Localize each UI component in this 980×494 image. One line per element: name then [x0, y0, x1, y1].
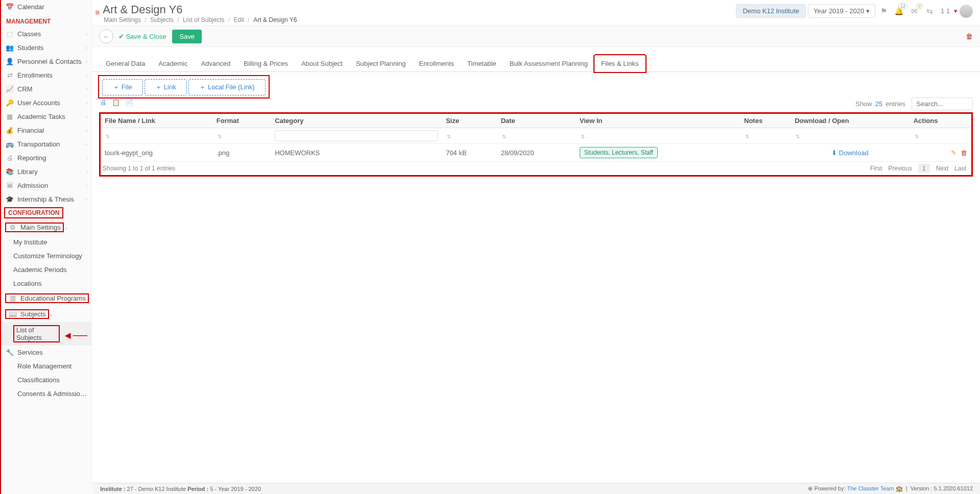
sidebar-item-subjects[interactable]: 📖 Subjects ⌄	[1, 306, 91, 322]
save-close-button[interactable]: ✔ Save & Close	[118, 33, 166, 40]
sidebar-item-educational-programs[interactable]: ▥ Educational Programs ‹	[1, 290, 91, 306]
export-print-icon[interactable]: 🖨	[100, 98, 107, 106]
sidebar-item-services[interactable]: 🔧Services	[1, 345, 91, 359]
sidebar-item-classes[interactable]: ⬚Classes‹	[1, 27, 91, 41]
pager-first[interactable]: First	[870, 165, 882, 172]
menu-toggle-icon[interactable]: ≡	[95, 3, 103, 17]
sort-icon[interactable]: ⇅	[502, 134, 506, 139]
sort-icon[interactable]: ⇅	[106, 134, 110, 139]
sidebar-sub-list-of-subjects[interactable]: List of Subjects ◄──	[1, 322, 91, 345]
files-table: File Name / LinkFormatCategorySizeDateVi…	[101, 114, 971, 162]
tab-enrollments[interactable]: Enrollments	[412, 55, 461, 71]
sort-icon[interactable]: ⇅	[581, 134, 585, 139]
tab-billing-prices[interactable]: Billing & Prices	[237, 55, 295, 71]
breadcrumb-item[interactable]: Main Settings	[104, 16, 141, 23]
menu-icon: ⬚	[5, 30, 14, 38]
pager: FirstPrevious1NextLast	[867, 165, 969, 172]
sidebar-item-consents-admission-data[interactable]: Consents & Admission Data	[1, 387, 91, 401]
tab-advanced[interactable]: Advanced	[194, 55, 237, 71]
column-size[interactable]: Size	[442, 114, 497, 128]
pager-1[interactable]: 1	[918, 164, 930, 173]
tab-academic[interactable]: Academic	[152, 55, 194, 71]
sort-icon[interactable]: ⇅	[915, 134, 919, 139]
flag-icon[interactable]: ⚑	[877, 5, 891, 18]
chevron-down-icon[interactable]: ▾	[954, 7, 958, 15]
column-actions[interactable]: Actions	[910, 114, 971, 128]
pager-previous[interactable]: Previous	[888, 165, 912, 172]
sidebar-item-label: User Accounts	[17, 99, 86, 107]
sidebar-sub-locations[interactable]: Locations	[1, 277, 91, 290]
avatar[interactable]	[960, 5, 973, 18]
add-local-file-button[interactable]: ＋ Local File (Link)	[188, 79, 265, 95]
column-format[interactable]: Format	[212, 114, 271, 128]
column-category[interactable]: Category	[271, 114, 442, 128]
tab-timetable[interactable]: Timetable	[461, 55, 503, 71]
sidebar-item-academic-tasks[interactable]: ▦Academic Tasks‹	[1, 110, 91, 124]
sort-icon[interactable]: ⇅	[218, 134, 222, 139]
save-button[interactable]: Save	[172, 30, 202, 43]
sidebar-item-classifications[interactable]: Classifications	[1, 373, 91, 387]
download-link[interactable]: ⬇ Download	[831, 149, 868, 157]
sidebar-sub-customize-terminology[interactable]: Customize Terminology	[1, 249, 91, 263]
column-notes[interactable]: Notes	[740, 114, 791, 128]
menu-icon: 🚌	[5, 140, 14, 148]
sort-icon[interactable]: ⇅	[745, 134, 749, 139]
sort-icon[interactable]: ⇅	[447, 134, 451, 139]
institute-button[interactable]: Demo K12 Institute	[736, 4, 806, 18]
sidebar-item-enrollments[interactable]: ⇄Enrollments‹	[1, 68, 91, 82]
export-copy-icon[interactable]: 📋	[112, 98, 120, 106]
notifications-icon[interactable]: 🔔12	[893, 5, 906, 18]
apps-icon[interactable]: ⇆	[923, 5, 937, 18]
menu-icon: 👥	[5, 44, 14, 52]
sidebar-item-user-accounts[interactable]: 🔑User Accounts‹	[1, 96, 91, 110]
column-file-name-link[interactable]: File Name / Link	[101, 114, 212, 128]
pager-last[interactable]: Last	[954, 165, 966, 172]
mail-icon[interactable]: ✉0	[908, 5, 921, 18]
sidebar-item-reporting[interactable]: 🖨Reporting‹	[1, 151, 91, 165]
sidebar-item-internship-thesis[interactable]: 🎓Internship & Thesis‹	[1, 192, 91, 206]
sidebar-item-admission[interactable]: 🏛Admission‹	[1, 179, 91, 192]
sidebar-item-financial[interactable]: 💰Financial‹	[1, 124, 91, 137]
edit-icon[interactable]: ✎	[951, 149, 957, 157]
tab-general-data[interactable]: General Data	[99, 55, 152, 71]
breadcrumb-item[interactable]: List of Subjects	[183, 16, 224, 23]
sidebar-item-calendar[interactable]: 📅 Calendar	[1, 0, 91, 14]
tab-files-links[interactable]: Files & Links	[594, 55, 646, 72]
breadcrumb-item[interactable]: Subjects	[150, 16, 174, 23]
delete-row-icon[interactable]: 🗑	[961, 149, 967, 157]
sort-icon[interactable]: ⇅	[796, 134, 800, 139]
chevron-left-icon: ‹	[86, 114, 87, 119]
tabs: General DataAcademicAdvancedBilling & Pr…	[92, 55, 980, 72]
tab-bulk-assessment-planning[interactable]: Bulk Assessment Planning	[503, 55, 594, 71]
breadcrumb-item[interactable]: Edit	[234, 16, 245, 23]
show-count[interactable]: 25	[875, 100, 882, 108]
section-configuration: CONFIGURATION	[4, 207, 63, 218]
back-button[interactable]: ←	[99, 29, 113, 43]
sidebar-sub-my-institute[interactable]: My Institute	[1, 235, 91, 249]
export-excel-icon[interactable]: 📄	[125, 98, 133, 106]
tab-subject-planning[interactable]: Subject Planning	[349, 55, 413, 71]
year-selector[interactable]: Year 2019 - 2020 ▾	[808, 4, 875, 18]
column-view-in[interactable]: View In	[576, 114, 740, 128]
sidebar-item-library[interactable]: 📚Library‹	[1, 165, 91, 179]
filter-category-input[interactable]	[275, 130, 438, 141]
column-date[interactable]: Date	[497, 114, 576, 128]
sidebar-item-personnel-contacts[interactable]: 👤Personnel & Contacts‹	[1, 55, 91, 68]
sidebar-item-transportation[interactable]: 🚌Transportation‹	[1, 137, 91, 151]
sidebar-sub-academic-periods[interactable]: Academic Periods	[1, 263, 91, 277]
tab-about-subject[interactable]: About Subject	[295, 55, 349, 71]
sidebar-item-role-management[interactable]: Role Management	[1, 359, 91, 373]
add-link-button[interactable]: ＋ Link	[145, 79, 186, 95]
add-file-button[interactable]: ＋ File	[102, 79, 143, 95]
pager-next[interactable]: Next	[936, 165, 949, 172]
column-download-open[interactable]: Download / Open	[791, 114, 910, 128]
sidebar-item-crm[interactable]: 📈CRM‹	[1, 82, 91, 96]
mail-badge: 0	[916, 3, 923, 9]
powered-label: Powered by:	[814, 485, 845, 491]
sidebar-item-main-settings[interactable]: ⚙ Main Settings ⌄	[1, 219, 91, 235]
team-link[interactable]: The Classter Team	[847, 485, 894, 491]
delete-icon[interactable]: 🗑	[966, 32, 973, 40]
table-search-input[interactable]	[912, 97, 973, 110]
chevron-left-icon: ‹	[86, 100, 87, 106]
sidebar-item-students[interactable]: 👥Students‹	[1, 41, 91, 55]
